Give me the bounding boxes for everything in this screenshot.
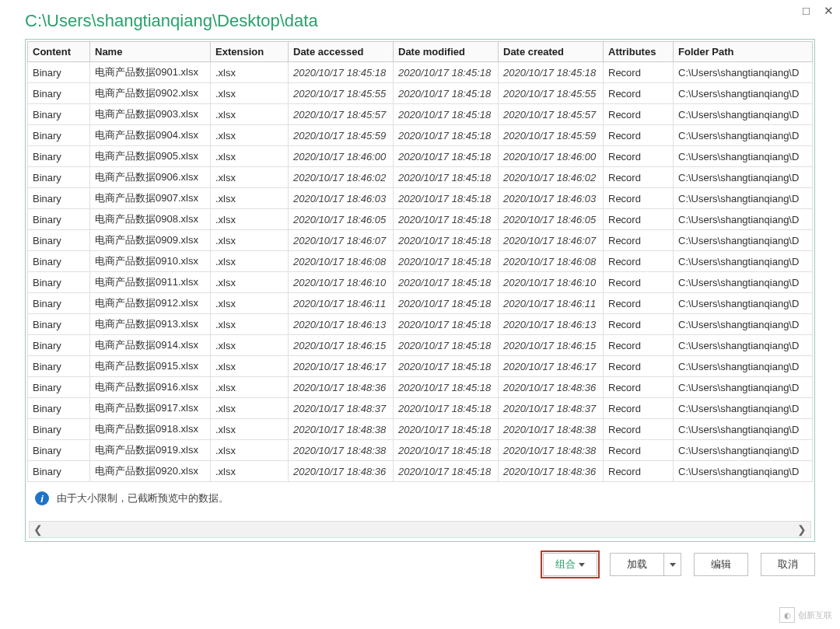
cell-attr: Record — [604, 356, 674, 377]
col-header-modified[interactable]: Date modified — [394, 42, 499, 62]
cell-path: C:\Users\shangtianqiang\D — [674, 419, 813, 440]
col-header-extension[interactable]: Extension — [211, 42, 289, 62]
table-row[interactable]: Binary电商产品数据0912.xlsx.xlsx2020/10/17 18:… — [28, 293, 813, 314]
table-header-row: Content Name Extension Date accessed Dat… — [28, 42, 813, 62]
cancel-button[interactable]: 取消 — [761, 553, 815, 576]
cell-content: Binary — [28, 440, 90, 461]
cell-accessed: 2020/10/17 18:48:37 — [289, 398, 394, 419]
cell-ext: .xlsx — [211, 440, 289, 461]
scroll-left-icon[interactable]: ❮ — [30, 523, 47, 536]
combine-button-group: 组合 — [543, 553, 597, 576]
close-icon[interactable]: ✕ — [824, 5, 834, 16]
cell-name: 电商产品数据0919.xlsx — [90, 440, 211, 461]
cell-created: 2020/10/17 18:48:38 — [499, 419, 604, 440]
cell-created: 2020/10/17 18:46:05 — [499, 209, 604, 230]
cell-attr: Record — [604, 398, 674, 419]
combine-button-label: 组合 — [555, 557, 576, 571]
cell-content: Binary — [28, 209, 90, 230]
table-row[interactable]: Binary电商产品数据0909.xlsx.xlsx2020/10/17 18:… — [28, 230, 813, 251]
cell-accessed: 2020/10/17 18:46:08 — [289, 251, 394, 272]
footer-buttons: 组合 加载 编辑 取消 — [0, 542, 840, 576]
load-dropdown-button[interactable] — [664, 553, 681, 576]
cell-ext: .xlsx — [211, 335, 289, 356]
table-row[interactable]: Binary电商产品数据0908.xlsx.xlsx2020/10/17 18:… — [28, 209, 813, 230]
table-row[interactable]: Binary电商产品数据0911.xlsx.xlsx2020/10/17 18:… — [28, 272, 813, 293]
cell-ext: .xlsx — [211, 167, 289, 188]
cell-attr: Record — [604, 230, 674, 251]
table-row[interactable]: Binary电商产品数据0914.xlsx.xlsx2020/10/17 18:… — [28, 335, 813, 356]
load-button[interactable]: 加载 — [610, 553, 664, 576]
info-icon: i — [35, 491, 49, 505]
cell-name: 电商产品数据0911.xlsx — [90, 272, 211, 293]
cell-name: 电商产品数据0914.xlsx — [90, 335, 211, 356]
scroll-right-icon[interactable]: ❯ — [793, 523, 810, 536]
cell-name: 电商产品数据0907.xlsx — [90, 188, 211, 209]
cell-attr: Record — [604, 251, 674, 272]
col-header-content[interactable]: Content — [28, 42, 90, 62]
cell-created: 2020/10/17 18:48:36 — [499, 377, 604, 398]
cell-accessed: 2020/10/17 18:45:57 — [289, 104, 394, 125]
chevron-down-icon — [579, 563, 585, 567]
cell-path: C:\Users\shangtianqiang\D — [674, 146, 813, 167]
cell-modified: 2020/10/17 18:45:18 — [394, 335, 499, 356]
cell-content: Binary — [28, 419, 90, 440]
col-header-attributes[interactable]: Attributes — [604, 42, 674, 62]
cell-content: Binary — [28, 377, 90, 398]
table-row[interactable]: Binary电商产品数据0906.xlsx.xlsx2020/10/17 18:… — [28, 167, 813, 188]
cell-content: Binary — [28, 356, 90, 377]
edit-button[interactable]: 编辑 — [694, 553, 748, 576]
col-header-name[interactable]: Name — [90, 42, 211, 62]
preview-frame: Content Name Extension Date accessed Dat… — [25, 39, 815, 542]
cell-created: 2020/10/17 18:46:07 — [499, 230, 604, 251]
col-header-accessed[interactable]: Date accessed — [289, 42, 394, 62]
maximize-icon[interactable]: □ — [803, 5, 810, 16]
col-header-created[interactable]: Date created — [499, 42, 604, 62]
cell-modified: 2020/10/17 18:45:18 — [394, 440, 499, 461]
cell-accessed: 2020/10/17 18:45:59 — [289, 125, 394, 146]
table-row[interactable]: Binary电商产品数据0902.xlsx.xlsx2020/10/17 18:… — [28, 83, 813, 104]
cell-name: 电商产品数据0920.xlsx — [90, 461, 211, 482]
cell-modified: 2020/10/17 18:45:18 — [394, 188, 499, 209]
cell-attr: Record — [604, 293, 674, 314]
cell-created: 2020/10/17 18:46:11 — [499, 293, 604, 314]
cell-name: 电商产品数据0917.xlsx — [90, 398, 211, 419]
cell-attr: Record — [604, 146, 674, 167]
cell-accessed: 2020/10/17 18:46:13 — [289, 314, 394, 335]
table-row[interactable]: Binary电商产品数据0907.xlsx.xlsx2020/10/17 18:… — [28, 188, 813, 209]
table-row[interactable]: Binary电商产品数据0903.xlsx.xlsx2020/10/17 18:… — [28, 104, 813, 125]
cell-name: 电商产品数据0903.xlsx — [90, 104, 211, 125]
table-row[interactable]: Binary电商产品数据0920.xlsx.xlsx2020/10/17 18:… — [28, 461, 813, 482]
table-row[interactable]: Binary电商产品数据0917.xlsx.xlsx2020/10/17 18:… — [28, 398, 813, 419]
cell-name: 电商产品数据0905.xlsx — [90, 146, 211, 167]
cell-ext: .xlsx — [211, 251, 289, 272]
cell-content: Binary — [28, 125, 90, 146]
horizontal-scrollbar[interactable]: ❮ ❯ — [29, 521, 811, 538]
path-title: C:\Users\shangtianqiang\Desktop\data — [0, 0, 840, 39]
cell-name: 电商产品数据0901.xlsx — [90, 62, 211, 83]
table-row[interactable]: Binary电商产品数据0915.xlsx.xlsx2020/10/17 18:… — [28, 356, 813, 377]
cell-modified: 2020/10/17 18:45:18 — [394, 272, 499, 293]
table-row[interactable]: Binary电商产品数据0904.xlsx.xlsx2020/10/17 18:… — [28, 125, 813, 146]
cell-modified: 2020/10/17 18:45:18 — [394, 398, 499, 419]
cell-modified: 2020/10/17 18:45:18 — [394, 83, 499, 104]
table-row[interactable]: Binary电商产品数据0918.xlsx.xlsx2020/10/17 18:… — [28, 419, 813, 440]
cell-attr: Record — [604, 377, 674, 398]
file-table: Content Name Extension Date accessed Dat… — [27, 41, 813, 482]
cell-modified: 2020/10/17 18:45:18 — [394, 314, 499, 335]
cell-modified: 2020/10/17 18:45:18 — [394, 62, 499, 83]
cell-ext: .xlsx — [211, 83, 289, 104]
cell-attr: Record — [604, 83, 674, 104]
combine-button[interactable]: 组合 — [543, 553, 597, 576]
table-row[interactable]: Binary电商产品数据0905.xlsx.xlsx2020/10/17 18:… — [28, 146, 813, 167]
col-header-folder-path[interactable]: Folder Path — [674, 42, 813, 62]
chevron-down-icon — [670, 563, 676, 567]
cell-created: 2020/10/17 18:46:08 — [499, 251, 604, 272]
table-row[interactable]: Binary电商产品数据0913.xlsx.xlsx2020/10/17 18:… — [28, 314, 813, 335]
table-row[interactable]: Binary电商产品数据0916.xlsx.xlsx2020/10/17 18:… — [28, 377, 813, 398]
table-row[interactable]: Binary电商产品数据0901.xlsx.xlsx2020/10/17 18:… — [28, 62, 813, 83]
cell-ext: .xlsx — [211, 461, 289, 482]
cell-ext: .xlsx — [211, 272, 289, 293]
table-row[interactable]: Binary电商产品数据0919.xlsx.xlsx2020/10/17 18:… — [28, 440, 813, 461]
cell-content: Binary — [28, 293, 90, 314]
table-row[interactable]: Binary电商产品数据0910.xlsx.xlsx2020/10/17 18:… — [28, 251, 813, 272]
